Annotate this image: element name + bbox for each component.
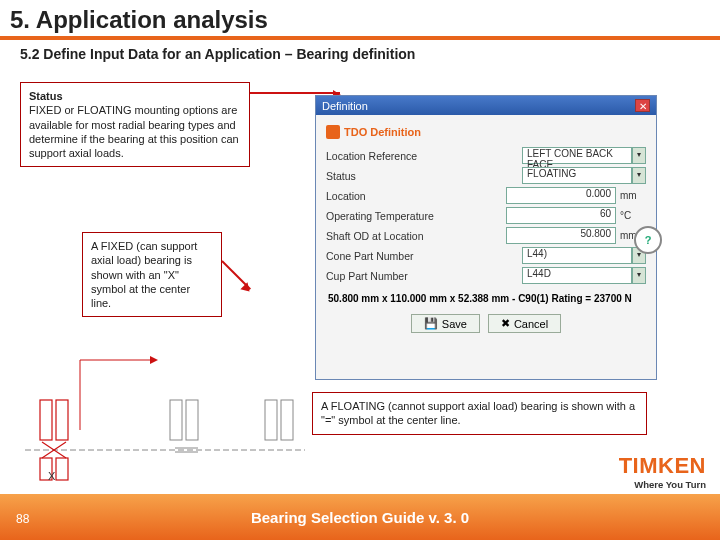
locref-select[interactable]: LEFT CONE BACK FACE — [522, 147, 632, 164]
bearing-summary: 50.800 mm x 110.000 mm x 52.388 mm - C90… — [326, 287, 646, 310]
brand-block: TIMKEN Where You Turn — [619, 453, 706, 490]
brand-logo: TIMKEN — [619, 453, 706, 479]
arrow-to-dialog — [250, 92, 340, 94]
footer-title: Bearing Selection Guide v. 3. 0 — [251, 509, 469, 526]
svg-rect-8 — [170, 400, 182, 440]
close-icon[interactable]: ✕ — [635, 99, 650, 112]
row-shaft-od: Shaft OD at Location 50.800 mm — [326, 227, 646, 244]
cancel-icon: ✖ — [501, 317, 510, 330]
svg-rect-10 — [265, 400, 277, 440]
svg-rect-4 — [56, 458, 68, 480]
bearing-diagram: X — [20, 330, 310, 485]
slide-title: 5. Application analysis — [10, 6, 710, 34]
callout-title: Status — [29, 89, 241, 103]
svg-rect-3 — [56, 400, 68, 440]
dialog-heading: TDO Definition — [326, 125, 646, 139]
slide-subhead: 5.2 Define Input Data for an Application… — [0, 40, 720, 68]
svg-rect-1 — [40, 400, 52, 440]
cone-input[interactable]: L44) — [522, 247, 632, 264]
callout-body: A FLOATING (cannot support axial load) b… — [321, 399, 638, 428]
save-button[interactable]: 💾 Save — [411, 314, 480, 333]
row-cup-part: Cup Part Number L44D ▾ — [326, 267, 646, 284]
brand-tagline: Where You Turn — [619, 479, 706, 490]
dialog-titlebar: Definition ✕ — [316, 96, 656, 115]
dialog-title-text: Definition — [322, 100, 368, 112]
help-icon[interactable]: ? — [634, 226, 662, 254]
slide-footer: Bearing Selection Guide v. 3. 0 — [0, 494, 720, 540]
dialog-body: TDO Definition Location Reference LEFT C… — [316, 115, 656, 341]
shaft-input[interactable]: 50.800 — [506, 227, 616, 244]
row-status: Status FLOATING ▾ — [326, 167, 646, 184]
callout-body: A FIXED (can support axial load) bearing… — [91, 239, 213, 310]
callout-body: FIXED or FLOATING mounting options are a… — [29, 103, 241, 160]
page-number: 88 — [16, 512, 29, 526]
svg-marker-16 — [150, 356, 158, 364]
chevron-down-icon[interactable]: ▾ — [632, 167, 646, 184]
status-select[interactable]: FLOATING — [522, 167, 632, 184]
bearing-icon — [326, 125, 340, 139]
dialog-buttons: 💾 Save ✖ Cancel — [326, 314, 646, 333]
row-temperature: Operating Temperature 60 °C — [326, 207, 646, 224]
definition-dialog: Definition ✕ TDO Definition Location Ref… — [315, 95, 657, 380]
svg-rect-11 — [281, 400, 293, 440]
arrow-to-diagram — [221, 260, 251, 290]
save-icon: 💾 — [424, 317, 438, 330]
temp-input[interactable]: 60 — [506, 207, 616, 224]
slide-header: 5. Application analysis — [0, 0, 720, 40]
row-location: Location 0.000 mm — [326, 187, 646, 204]
callout-floating: A FLOATING (cannot support axial load) b… — [312, 392, 647, 435]
chevron-down-icon[interactable]: ▾ — [632, 147, 646, 164]
callout-fixed: A FIXED (can support axial load) bearing… — [82, 232, 222, 317]
chevron-down-icon[interactable]: ▾ — [632, 267, 646, 284]
svg-rect-9 — [186, 400, 198, 440]
row-cone-part: Cone Part Number L44) ▾ — [326, 247, 646, 264]
svg-text:X: X — [48, 470, 56, 482]
row-location-reference: Location Reference LEFT CONE BACK FACE ▾ — [326, 147, 646, 164]
callout-status: Status FIXED or FLOATING mounting option… — [20, 82, 250, 167]
location-input[interactable]: 0.000 — [506, 187, 616, 204]
cup-input[interactable]: L44D — [522, 267, 632, 284]
cancel-button[interactable]: ✖ Cancel — [488, 314, 561, 333]
